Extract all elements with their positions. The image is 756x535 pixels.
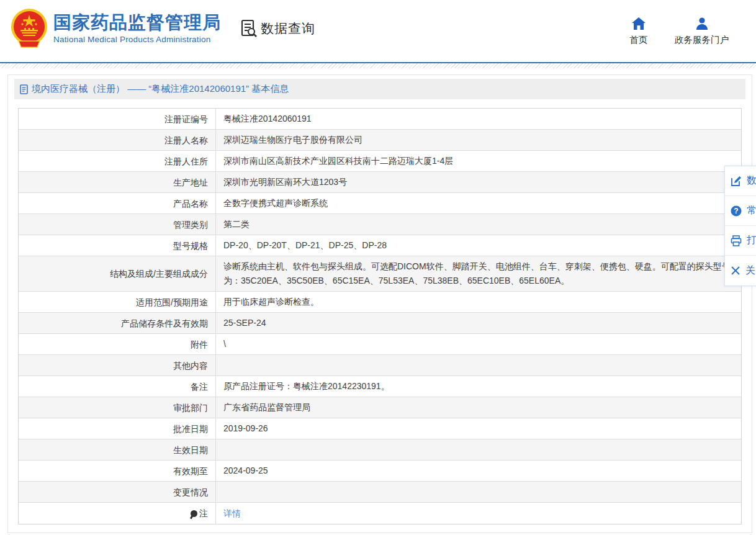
row-label: 适用范围/预期用途: [19, 292, 215, 312]
row-value: [215, 355, 741, 375]
org-name-zh: 国家药品监督管理局: [53, 12, 221, 33]
home-icon: [632, 17, 646, 30]
row-label: 审批部门: [19, 397, 215, 418]
row-label: 管理类别: [19, 214, 215, 235]
svg-text:?: ?: [734, 207, 738, 215]
row-label: 注册人住所: [19, 151, 215, 171]
table-row-cert-number: 注册证编号 粤械注准20142060191: [19, 109, 741, 130]
row-label: 注: [19, 503, 215, 524]
row-label: 产品储存条件及有效期: [19, 313, 215, 333]
row-label: 产品名称: [19, 193, 215, 214]
panel-label: 打印: [747, 234, 756, 247]
registration-info-table: 注册证编号 粤械注准20142060191 注册人名称 深圳迈瑞生物医疗电子股份…: [18, 108, 742, 524]
nav-item-home[interactable]: 首页: [629, 17, 647, 46]
header-separator-hatch: [0, 63, 756, 68]
table-row-management-category: 管理类别 第二类: [19, 214, 741, 235]
row-value: 深圳市南山区高新技术产业园区科技南十二路迈瑞大厦1-4层: [215, 151, 741, 171]
row-label: 备注: [19, 376, 215, 397]
row-value: 全数字便携式超声诊断系统: [215, 193, 741, 214]
row-value: \: [215, 334, 741, 354]
page-root: { "header": { "org_name_zh": "国家药品监督管理局"…: [0, 0, 756, 535]
row-value: 详情: [215, 503, 741, 524]
question-icon: ?: [731, 205, 742, 217]
row-label: 注册人名称: [19, 130, 215, 150]
table-row-model-spec: 型号规格 DP-20、DP-20T、DP-21、DP-25、DP-28: [19, 235, 741, 256]
table-row-production-address: 生产地址 深圳市光明新区南环大道1203号: [19, 172, 741, 193]
table-row-remarks: 备注 原产品注册证号：粤械注准20142230191。: [19, 376, 741, 397]
table-row-registrant-address: 注册人住所 深圳市南山区高新技术产业园区科技南十二路迈瑞大厦1-4层: [19, 151, 741, 172]
table-row-structure-composition: 结构及组成/主要组成成分 诊断系统由主机、软件包与探头组成。可选配DICOM软件…: [19, 256, 741, 292]
table-row-intended-use: 适用范围/预期用途 用于临床超声诊断检查。: [19, 292, 741, 313]
row-label: 结构及组成/主要组成成分: [19, 256, 215, 291]
row-label: 生效日期: [19, 439, 215, 460]
row-value: 2019-09-26: [215, 418, 741, 439]
panel-item-faq[interactable]: ? 常见问题: [725, 196, 756, 226]
note-pin-icon: [191, 510, 197, 517]
row-value: 2024-09-25: [215, 461, 741, 481]
row-value: 深圳迈瑞生物医疗电子股份有限公司: [215, 130, 741, 150]
panel-item-data-feedback[interactable]: 数据反馈: [725, 166, 756, 196]
row-label: 变更情况: [19, 482, 215, 502]
table-row-approval-date: 批准日期 2019-09-26: [19, 418, 741, 439]
floating-tool-panel: 数据反馈 ? 常见问题 打印 关闭: [724, 166, 756, 286]
table-row-approval-department: 审批部门 广东省药品监督管理局: [19, 397, 741, 418]
row-value: 诊断系统由主机、软件包与探头组成。可选配DICOM软件、脚踏开关、电池组件、台车…: [215, 256, 741, 291]
section-title: 数据查询: [261, 20, 315, 37]
row-label: 生产地址: [19, 172, 215, 192]
details-link[interactable]: 详情: [223, 506, 241, 521]
row-value: 25-SEP-24: [215, 313, 741, 333]
table-row-attachment: 附件 \: [19, 334, 741, 355]
print-icon: [731, 235, 742, 246]
table-row-expiry-date: 有效期至 2024-09-25: [19, 461, 741, 482]
note-label-text: 注: [199, 506, 208, 520]
row-value: DP-20、DP-20T、DP-21、DP-25、DP-28: [215, 235, 741, 256]
nav-home-label: 首页: [629, 34, 647, 46]
page-title: 境内医疗器械（注册） —— “粤械注准20142060191” 基本信息: [32, 83, 289, 95]
row-value: 广东省药品监督管理局: [215, 397, 741, 418]
row-value: 用于临床超声诊断检查。: [215, 292, 741, 312]
data-search-icon: [241, 19, 258, 38]
panel-item-print[interactable]: 打印: [725, 226, 756, 256]
panel-label: 常见问题: [747, 204, 756, 217]
content-card: 境内医疗器械（注册） —— “粤械注准20142060191” 基本信息 注册证…: [7, 74, 752, 533]
page-title-bar: 境内医疗器械（注册） —— “粤械注准20142060191” 基本信息: [14, 79, 745, 99]
table-row-change-status: 变更情况: [19, 482, 741, 503]
table-row-product-name: 产品名称 全数字便携式超声诊断系统: [19, 193, 741, 214]
row-value: [215, 482, 741, 502]
row-label: 注册证编号: [19, 109, 215, 129]
row-label: 其他内容: [19, 355, 215, 375]
document-icon: [20, 84, 28, 94]
row-value: 原产品注册证号：粤械注准20142230191。: [215, 376, 741, 397]
row-value: 第二类: [215, 214, 741, 235]
nmpa-logo[interactable]: 国家药品监督管理局 National Medical Products Admi…: [10, 6, 221, 50]
user-icon: [695, 17, 709, 30]
table-row-registrant-name: 注册人名称 深圳迈瑞生物医疗电子股份有限公司: [19, 130, 741, 151]
table-row-storage-validity: 产品储存条件及有效期 25-SEP-24: [19, 313, 741, 334]
panel-label: 数据反馈: [747, 174, 756, 187]
row-label: 批准日期: [19, 418, 215, 439]
nav-item-portal[interactable]: 政务服务门户: [675, 17, 729, 46]
edit-icon: [731, 176, 742, 187]
nav-portal-label: 政务服务门户: [675, 34, 729, 46]
row-label: 有效期至: [19, 461, 215, 481]
close-icon: [731, 266, 740, 276]
row-label: 附件: [19, 334, 215, 354]
row-value: [215, 439, 741, 460]
site-header: 国家药品监督管理局 National Medical Products Admi…: [0, 0, 756, 62]
row-label: 型号规格: [19, 235, 215, 256]
table-row-note: 注 详情: [19, 503, 741, 524]
org-names: 国家药品监督管理局 National Medical Products Admi…: [53, 12, 221, 44]
national-emblem-icon: [10, 6, 48, 50]
data-query-section: 数据查询: [241, 19, 315, 38]
panel-label: 关闭: [745, 264, 756, 277]
header-nav: 首页 政务服务门户: [629, 17, 729, 46]
table-row-other-content: 其他内容: [19, 355, 741, 376]
table-row-effective-date: 生效日期: [19, 439, 741, 461]
org-name-en: National Medical Products Administration: [53, 35, 221, 44]
row-value: 粤械注准20142060191: [215, 109, 741, 129]
panel-item-close[interactable]: 关闭: [725, 256, 756, 285]
row-value: 深圳市光明新区南环大道1203号: [215, 172, 741, 192]
